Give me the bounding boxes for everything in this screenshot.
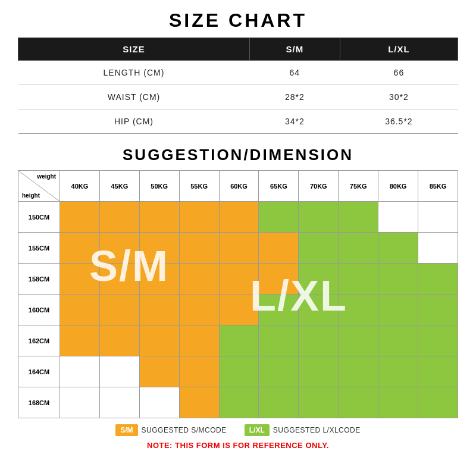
grid-row: 155CM: [18, 233, 458, 264]
grid-cell: [139, 295, 179, 325]
grid-cell: [139, 325, 179, 356]
grid-cell: [418, 295, 458, 325]
grid-cell: [139, 387, 179, 418]
grid-cell: [99, 295, 139, 325]
legend-lxl-badge: L/XL: [245, 424, 270, 436]
grid-cell: [299, 356, 339, 387]
grid-cell: [219, 264, 259, 295]
suggestion-table: weight height 40KG45KG50KG55KG60KG65KG70…: [18, 170, 458, 418]
grid-cell: [139, 233, 179, 264]
size-row-sm: 28*2: [249, 85, 340, 109]
grid-cell: [219, 202, 259, 233]
legend: S/M SUGGESTED S/MCODE L/XL SUGGESTED L/X…: [18, 424, 458, 436]
legend-sm-text: SUGGESTED S/MCODE: [142, 426, 227, 434]
grid-cell: [339, 264, 378, 295]
grid-cell: [259, 325, 299, 356]
grid-row: 162CM: [18, 325, 458, 356]
grid-row-header: 158CM: [18, 264, 60, 295]
grid-cell: [378, 264, 418, 295]
grid-row-header: 162CM: [18, 325, 60, 356]
grid-cell: [139, 202, 179, 233]
grid-cell: [378, 387, 418, 418]
grid-col-header: 85KG: [418, 171, 458, 202]
col-header-sm: S/M: [249, 38, 340, 61]
grid-cell: [339, 387, 378, 418]
grid-cell: [418, 233, 458, 264]
grid-cell: [418, 356, 458, 387]
grid-cell: [219, 295, 259, 325]
size-table-row: WAIST (CM) 28*2 30*2: [18, 85, 458, 109]
grid-cell: [339, 233, 378, 264]
legend-sm-badge: S/M: [115, 424, 137, 436]
grid-cell: [99, 233, 139, 264]
grid-row: 160CM: [18, 295, 458, 325]
grid-cell: [60, 387, 100, 418]
grid-cell: [99, 356, 139, 387]
grid-cell: [99, 325, 139, 356]
grid-cell: [299, 202, 339, 233]
grid-row: 158CM: [18, 264, 458, 295]
size-row-label: WAIST (CM): [18, 85, 250, 109]
grid-cell: [418, 202, 458, 233]
size-chart-title: SIZE CHART: [18, 10, 458, 32]
grid-cell: [259, 295, 299, 325]
grid-col-header: 50KG: [139, 171, 179, 202]
col-header-lxl: L/XL: [340, 38, 458, 61]
grid-cell: [179, 356, 219, 387]
legend-sm-item: S/M SUGGESTED S/MCODE: [115, 424, 227, 436]
grid-cell: [378, 325, 418, 356]
grid-cell: [299, 233, 339, 264]
grid-cell: [259, 387, 299, 418]
grid-cell: [259, 202, 299, 233]
grid-cell: [179, 233, 219, 264]
size-row-sm: 34*2: [249, 109, 340, 134]
grid-row-header: 150CM: [18, 202, 60, 233]
size-table-row: HIP (CM) 34*2 36.5*2: [18, 109, 458, 134]
grid-cell: [219, 387, 259, 418]
grid-cell: [219, 325, 259, 356]
suggestion-title: SUGGESTION/DIMENSION: [18, 146, 458, 164]
grid-row-header: 160CM: [18, 295, 60, 325]
grid-cell: [418, 264, 458, 295]
col-header-size: SIZE: [18, 38, 250, 61]
size-row-label: HIP (CM): [18, 109, 250, 134]
grid-cell: [99, 387, 139, 418]
grid-cell: [259, 356, 299, 387]
grid-cell: [99, 264, 139, 295]
height-label: height: [22, 192, 40, 199]
grid-cell: [60, 233, 100, 264]
grid-cell: [60, 202, 100, 233]
grid-row: 150CM: [18, 202, 458, 233]
legend-lxl-text: SUGGESTED L/XLCODE: [273, 426, 361, 434]
legend-lxl-item: L/XL SUGGESTED L/XLCODE: [245, 424, 361, 436]
grid-row-header: 155CM: [18, 233, 60, 264]
grid-cell: [339, 202, 378, 233]
grid-cell: [378, 295, 418, 325]
grid-col-header: 70KG: [299, 171, 339, 202]
corner-cell: weight height: [18, 171, 60, 202]
suggestion-grid-wrapper: S/M L/XL weight height 40KG45KG50KG55KG6…: [18, 170, 458, 418]
grid-col-header: 55KG: [179, 171, 219, 202]
grid-row-header: 164CM: [18, 356, 60, 387]
grid-cell: [60, 264, 100, 295]
grid-cell: [378, 233, 418, 264]
size-table-row: LENGTH (CM) 64 66: [18, 61, 458, 85]
grid-cell: [179, 264, 219, 295]
size-chart-table: SIZE S/M L/XL LENGTH (CM) 64 66 WAIST (C…: [18, 37, 458, 134]
grid-col-header: 65KG: [259, 171, 299, 202]
size-row-sm: 64: [249, 61, 340, 85]
grid-cell: [259, 233, 299, 264]
grid-row-header: 168CM: [18, 387, 60, 418]
grid-cell: [219, 356, 259, 387]
grid-cell: [139, 356, 179, 387]
grid-cell: [299, 325, 339, 356]
grid-col-header: 40KG: [60, 171, 100, 202]
grid-cell: [60, 295, 100, 325]
note-text: NOTE: THIS FORM IS FOR REFERENCE ONLY.: [18, 441, 458, 450]
grid-cell: [299, 295, 339, 325]
grid-cell: [60, 325, 100, 356]
grid-col-header: 75KG: [339, 171, 378, 202]
grid-cell: [299, 387, 339, 418]
grid-cell: [339, 356, 378, 387]
grid-cell: [378, 356, 418, 387]
